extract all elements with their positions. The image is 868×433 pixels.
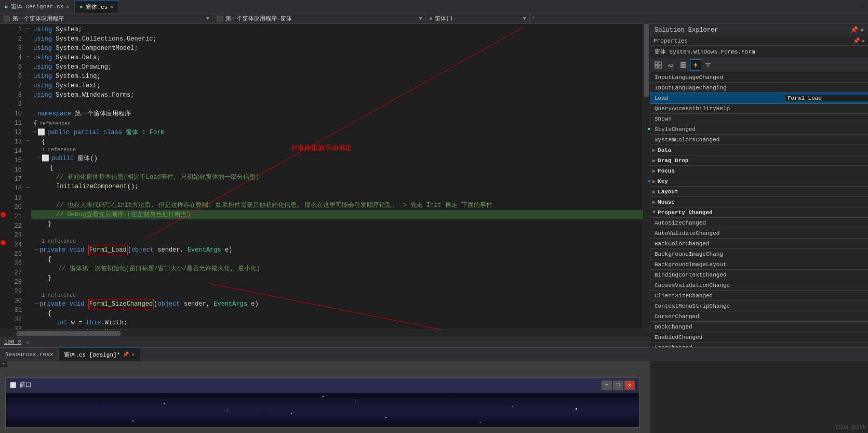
- nav-dropdowns: ⬛ 第一个窗体应用程序 ▼ ⬛ 第一个窗体应用程序.窗体 ▼ ● 窗体() ▼ …: [0, 14, 868, 24]
- maximize-btn[interactable]: □: [613, 380, 623, 390]
- code-line-21: }: [31, 219, 643, 229]
- prop-row-autosizechanged[interactable]: AutoSizeChanged: [650, 218, 868, 228]
- bottom-tab-designer[interactable]: 窗体.cs [Design]* 📌 ✕: [59, 348, 140, 361]
- code-line-ref28: 1 reference: [31, 292, 643, 299]
- lightning-icon: [692, 61, 699, 69]
- collapse-10[interactable]: ─: [25, 24, 31, 33]
- h-scroll-thumb[interactable]: [17, 331, 121, 336]
- close-btn[interactable]: ✕: [624, 380, 635, 390]
- prop-group-data[interactable]: ▶ Data: [650, 145, 868, 155]
- tab-code[interactable]: ▶ 窗体.cs ✕: [75, 0, 119, 13]
- watermark: CSDN @凉kk: [836, 424, 866, 431]
- prop-group-key[interactable]: ▶ Key: [650, 176, 868, 187]
- pin-btn[interactable]: 📌: [850, 26, 858, 34]
- prop-btn-alpha[interactable]: AZ: [665, 59, 676, 71]
- properties-close-btn[interactable]: ✕: [861, 37, 865, 44]
- close-panel-btn[interactable]: ✕: [860, 26, 864, 34]
- prop-row-inputlangchanging[interactable]: InputLanguageChanging: [650, 83, 868, 93]
- method-dropdown[interactable]: ● 窗体() ▼: [426, 14, 530, 23]
- prop-btn-filter[interactable]: [702, 59, 714, 71]
- namespace-dropdown[interactable]: ⬛ 第一个窗体应用程序 ▼: [0, 14, 213, 23]
- code-content[interactable]: using System; using System.Collections.G…: [31, 24, 643, 330]
- expand-icon-data: ▶: [652, 147, 656, 153]
- prop-row-syscolors[interactable]: SystemColorsChanged: [650, 135, 868, 145]
- minimize-btn[interactable]: ─: [602, 380, 612, 390]
- code-line-15: {: [31, 163, 643, 173]
- code-line-27: [31, 283, 643, 292]
- prop-row-fontchanged[interactable]: FontChanged: [650, 343, 868, 347]
- tab-code-close[interactable]: ✕: [110, 4, 113, 10]
- prop-row-inputlangchanged[interactable]: InputLanguageChanged: [650, 72, 868, 83]
- prop-row-bgimagechanged[interactable]: BackgroundImageChang: [650, 249, 868, 259]
- tab-designer-close[interactable]: ✕: [66, 4, 69, 10]
- prop-row-shown[interactable]: Shown: [650, 114, 868, 124]
- form-system-icon: ⬜: [10, 382, 16, 388]
- add-tab-btn[interactable]: +: [860, 3, 864, 10]
- bottom-tab-designer-close[interactable]: ✕: [131, 351, 135, 358]
- tab-code-label: 窗体.cs: [86, 3, 108, 11]
- tab-toolbar: +: [856, 0, 868, 13]
- svg-marker-10: [694, 62, 697, 68]
- prop-btn-grid[interactable]: [652, 59, 664, 71]
- prop-row-bgimagelayout[interactable]: BackgroundImageLayout: [650, 259, 868, 270]
- props-icon: [679, 61, 687, 69]
- alpha-icon: AZ: [667, 61, 674, 69]
- collapse-14[interactable]: ─: [25, 71, 31, 80]
- tab-designer[interactable]: ▶ 窗体.Designer.cs ✕: [0, 0, 75, 13]
- svg-rect-3: [659, 62, 661, 64]
- code-line-23: ─ private void Form1_Load(object sender,…: [31, 245, 643, 255]
- prop-group-mouse[interactable]: ▶ Mouse: [650, 197, 868, 207]
- collapse-28[interactable]: ─: [25, 183, 31, 192]
- prop-row-stylechanged[interactable]: StyleChanged: [650, 124, 868, 135]
- horizontal-scrollbar[interactable]: [0, 330, 650, 337]
- prop-row-bindingctx[interactable]: BindingContextChanged: [650, 270, 868, 280]
- prop-group-layout[interactable]: ▶ Layout: [650, 187, 868, 197]
- properties-panel: Properties 📌 ✕ 窗体 System.Windows.Forms.F…: [650, 36, 868, 347]
- form-window[interactable]: ⬜ 窗口 ─ □ ✕: [5, 377, 639, 428]
- prop-row-causesval[interactable]: CausesValidationChange: [650, 280, 868, 291]
- prop-btn-events[interactable]: [690, 59, 701, 71]
- properties-object-label: 窗体 System.Windows.Forms.Form: [650, 46, 868, 58]
- bottom-tab-resources[interactable]: Resources.resx: [0, 348, 59, 361]
- prop-btn-props[interactable]: [677, 59, 689, 71]
- properties-pin-btn[interactable]: 📌: [853, 37, 860, 44]
- bottom-expand-btn[interactable]: +: [0, 361, 7, 367]
- form-designer[interactable]: + ⬜ 窗口 ─ □ ✕: [0, 361, 650, 433]
- prop-group-dragdrop[interactable]: ▶ Drag Drop: [650, 155, 868, 166]
- svg-rect-8: [680, 64, 686, 65]
- expand-icon-key: ▶: [652, 178, 656, 185]
- prop-row-cursorchanged[interactable]: CursorChanged: [650, 311, 868, 322]
- prop-row-load[interactable]: Load Form1_Load: [650, 93, 868, 103]
- properties-title: Properties: [653, 38, 688, 44]
- code-line-5: using System.Drawing;: [31, 62, 643, 72]
- code-line-31: int h = this.Height;: [31, 327, 643, 330]
- zoom-level[interactable]: 100 %: [4, 339, 21, 345]
- prop-row-dockchanged[interactable]: DockChanged: [650, 322, 868, 332]
- tab-code-icon: ▶: [80, 4, 83, 10]
- prop-group-focus[interactable]: ▶ Focus: [650, 166, 868, 176]
- collapse-12[interactable]: ─: [25, 52, 31, 61]
- bottom-tab-designer-label: 窗体.cs [Design]*: [64, 351, 120, 359]
- line-numbers: 1 2 3 4 5 6 7 8 9 10 11 12 13 14 15 16 1: [6, 24, 25, 330]
- prop-row-contextmenu[interactable]: ContextMenuStripChange: [650, 301, 868, 311]
- bottom-tab-designer-pin[interactable]: 📌: [123, 351, 129, 358]
- code-line-ref23: 1 reference: [31, 238, 643, 245]
- code-line-1: using System;: [31, 25, 643, 34]
- prop-row-backcolorchanged[interactable]: BackColorChanged: [650, 239, 868, 249]
- scroll-thumb[interactable]: [644, 24, 649, 97]
- vertical-scrollbar[interactable]: [643, 24, 650, 330]
- prop-row-enabledchanged[interactable]: EnabledChanged: [650, 332, 868, 343]
- prop-row-queryacc[interactable]: QueryAccessibilityHelp: [650, 103, 868, 114]
- form-titlebar: ⬜ 窗口 ─ □ ✕: [6, 378, 639, 392]
- prop-row-autovalidate[interactable]: AutoValidateChanged: [650, 228, 868, 239]
- code-line-18: [31, 191, 643, 201]
- bottom-tab-resources-label: Resources.resx: [5, 351, 53, 358]
- collapse-23[interactable]: ─: [25, 136, 31, 146]
- svg-rect-4: [655, 65, 658, 68]
- prop-row-clientsize[interactable]: ClientSizeChanged: [650, 291, 868, 301]
- class-dropdown[interactable]: ⬛ 第一个窗体应用程序.窗体 ▼: [213, 14, 426, 23]
- prop-group-propchanged[interactable]: ▼ Property Changed: [650, 207, 868, 218]
- expand-nav-btn[interactable]: +: [530, 14, 537, 23]
- code-line-10: ─ namespace 第一个窗体应用程序: [31, 109, 643, 119]
- code-line-25: // 窗体第一次被初始化(窗口标题/窗口大小/是否允许最大化, 最小化): [31, 264, 643, 273]
